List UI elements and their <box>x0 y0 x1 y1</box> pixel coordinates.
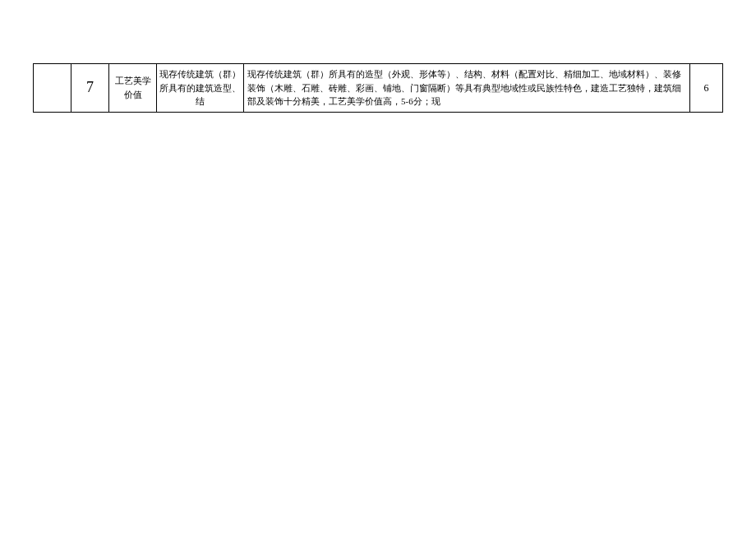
cell-blank <box>34 64 71 113</box>
cell-detail: 现存传统建筑（群）所具有的造型（外观、形体等）、结构、材料（配置对比、精细加工、… <box>244 64 690 113</box>
cell-title: 工艺美学价值 <box>109 64 157 113</box>
cell-score: 6 <box>690 64 723 113</box>
evaluation-table: 7 工艺美学价值 现存传统建筑（群）所具有的建筑造型、结 现存传统建筑（群）所具… <box>33 63 723 113</box>
cell-description: 现存传统建筑（群）所具有的建筑造型、结 <box>157 64 244 113</box>
table-row: 7 工艺美学价值 现存传统建筑（群）所具有的建筑造型、结 现存传统建筑（群）所具… <box>34 64 723 113</box>
cell-number: 7 <box>71 64 109 113</box>
